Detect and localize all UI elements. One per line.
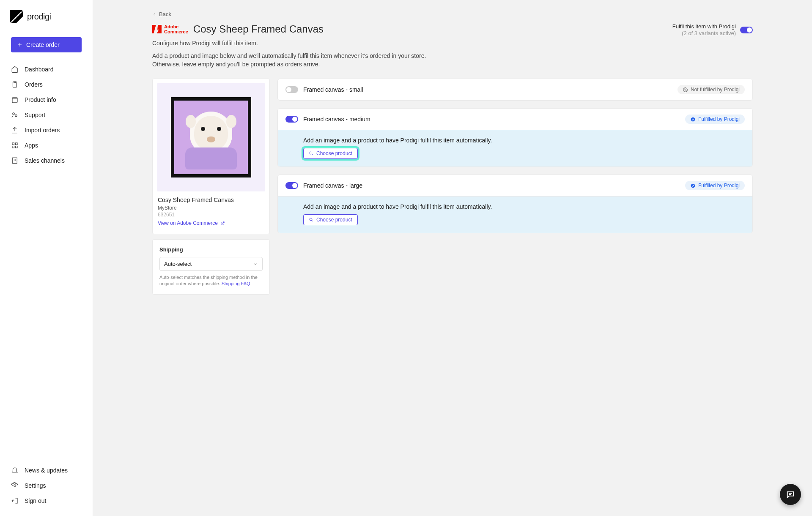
choose-product-highlight: Choose product (303, 148, 358, 159)
sidebar-item-product-info[interactable]: Product info (0, 92, 93, 107)
variant-row: Framed canvas - small Not fulfilled by P… (277, 79, 753, 101)
gear-icon (11, 482, 19, 489)
nav-label: Settings (25, 482, 46, 489)
choose-product-label: Choose product (316, 150, 352, 156)
product-store: MyStore (158, 205, 264, 211)
sidebar-item-settings[interactable]: Settings (0, 478, 93, 493)
svg-rect-4 (12, 143, 14, 145)
view-link-label: View on Adobe Commerce (158, 220, 218, 226)
fulfilment-badge: Fulfilled by Prodigi (685, 181, 745, 190)
variant-prompt: Add an image and a product to have Prodi… (303, 203, 745, 210)
svg-point-9 (14, 485, 16, 487)
shipping-faq-link[interactable]: Shipping FAQ (222, 281, 250, 286)
variant-toggle[interactable] (285, 86, 298, 93)
choose-product-button[interactable]: Choose product (303, 148, 358, 159)
create-order-label: Create order (26, 41, 60, 48)
platform-label-2: Commerce (164, 29, 188, 34)
search-icon (309, 217, 314, 222)
choose-product-button[interactable]: Choose product (303, 214, 358, 225)
main-content: Back Adobe Commerce Cosy Sheep Framed Ca… (93, 0, 812, 516)
fulfil-subtext: (2 of 3 variants active) (682, 30, 736, 36)
badge-label: Fulfilled by Prodigi (698, 116, 740, 122)
svg-point-14 (310, 218, 312, 221)
shipping-help: Auto-select matches the shipping method … (159, 274, 263, 287)
nav-label: Sales channels (25, 157, 65, 164)
upload-icon (11, 126, 19, 134)
sidebar-item-sales-channels[interactable]: Sales channels (0, 153, 93, 168)
chat-icon (786, 490, 795, 499)
main-nav: Dashboard Orders Product info Support Im… (0, 62, 93, 463)
calendar-icon (11, 96, 19, 104)
product-image (157, 83, 265, 191)
view-external-link[interactable]: View on Adobe Commerce (158, 220, 264, 226)
svg-rect-8 (13, 158, 17, 164)
variant-name: Framed canvas - medium (303, 116, 370, 123)
fulfilment-badge: Not fulfilled by Prodigi (678, 85, 745, 94)
variant-name: Framed canvas - large (303, 182, 362, 189)
chevron-down-icon (253, 262, 258, 267)
page-title: Cosy Sheep Framed Canvas (193, 23, 324, 35)
nav-label: Product info (25, 96, 56, 103)
description-1: Add a product and image below and we'll … (152, 52, 753, 59)
fulfilment-badge: Fulfilled by Prodigi (685, 115, 745, 124)
product-id: 632651 (158, 212, 264, 218)
home-icon (11, 66, 19, 73)
nav-label: Dashboard (25, 66, 54, 73)
create-order-button[interactable]: Create order (11, 37, 82, 52)
bottom-nav: News & updates Settings Sign out (0, 463, 93, 508)
badge-label: Fulfilled by Prodigi (698, 183, 740, 188)
sidebar-item-dashboard[interactable]: Dashboard (0, 62, 93, 77)
clipboard-icon (11, 81, 19, 88)
svg-point-11 (691, 117, 695, 121)
chat-button[interactable] (780, 484, 801, 505)
choose-product-label: Choose product (316, 217, 352, 223)
fulfil-toggle[interactable] (740, 27, 753, 33)
sidebar-item-news[interactable]: News & updates (0, 463, 93, 478)
variant-name: Framed canvas - small (303, 86, 363, 93)
plus-icon (17, 42, 23, 48)
prodigi-mark-icon (10, 10, 23, 23)
adobe-commerce-logo: Adobe Commerce (152, 24, 188, 34)
svg-point-2 (13, 113, 15, 115)
svg-point-3 (15, 115, 17, 117)
back-label: Back (159, 11, 171, 17)
chevron-left-icon (152, 12, 156, 16)
sidebar-item-apps[interactable]: Apps (0, 138, 93, 153)
variant-prompt: Add an image and a product to have Prodi… (303, 137, 745, 144)
fulfil-label: Fulfil this item with Prodigi (672, 23, 736, 30)
nav-label: Sign out (25, 497, 46, 504)
shipping-card: Shipping Auto-select Auto-select matches… (152, 239, 270, 295)
platform-label-1: Adobe (164, 24, 188, 29)
external-link-icon (220, 221, 225, 226)
description-2: Otherwise, leave empty and you'll be pro… (152, 61, 753, 68)
sidebar-item-orders[interactable]: Orders (0, 77, 93, 92)
block-icon (683, 87, 688, 93)
svg-rect-1 (12, 98, 17, 103)
svg-point-12 (310, 152, 312, 154)
svg-rect-6 (12, 146, 14, 148)
nav-label: Import orders (25, 127, 60, 134)
variant-toggle[interactable] (285, 182, 298, 189)
nav-label: Support (25, 112, 45, 118)
people-icon (11, 111, 19, 119)
back-button[interactable]: Back (152, 11, 753, 17)
variant-toggle[interactable] (285, 116, 298, 123)
shipping-selected-value: Auto-select (164, 261, 192, 267)
sidebar-item-signout[interactable]: Sign out (0, 493, 93, 508)
sidebar-item-import-orders[interactable]: Import orders (0, 123, 93, 138)
sidebar-item-support[interactable]: Support (0, 107, 93, 123)
variants-list: Framed canvas - small Not fulfilled by P… (277, 79, 753, 241)
brand-name: prodigi (27, 12, 51, 22)
signout-icon (11, 497, 19, 505)
sidebar: prodigi Create order Dashboard Orders Pr… (0, 0, 93, 516)
nav-label: News & updates (25, 467, 68, 474)
shipping-select[interactable]: Auto-select (159, 257, 263, 271)
search-icon (309, 151, 314, 156)
svg-rect-5 (16, 143, 18, 145)
check-circle-icon (690, 117, 696, 122)
bell-icon (11, 467, 19, 474)
adobe-mark-icon (152, 25, 162, 33)
building-icon (11, 157, 19, 164)
svg-point-13 (691, 183, 695, 188)
nav-label: Orders (25, 81, 43, 88)
